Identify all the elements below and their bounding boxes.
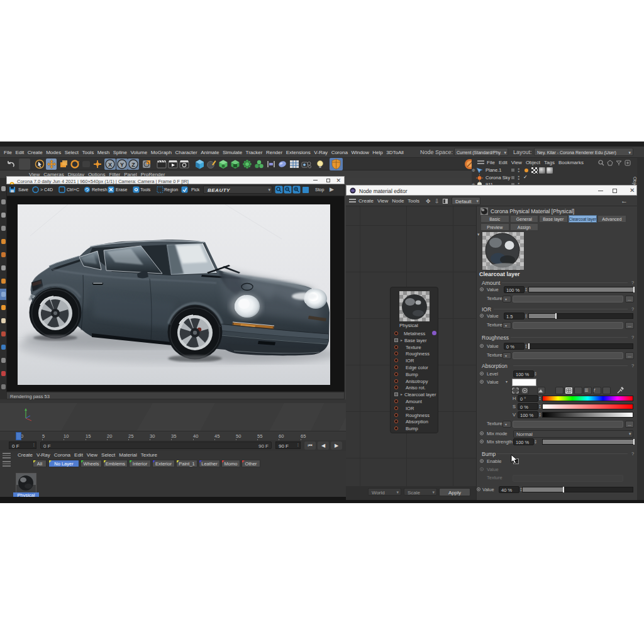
svg-text:Y: Y <box>119 162 123 168</box>
svg-text:X: X <box>108 162 112 168</box>
svg-text:Z: Z <box>131 162 135 168</box>
